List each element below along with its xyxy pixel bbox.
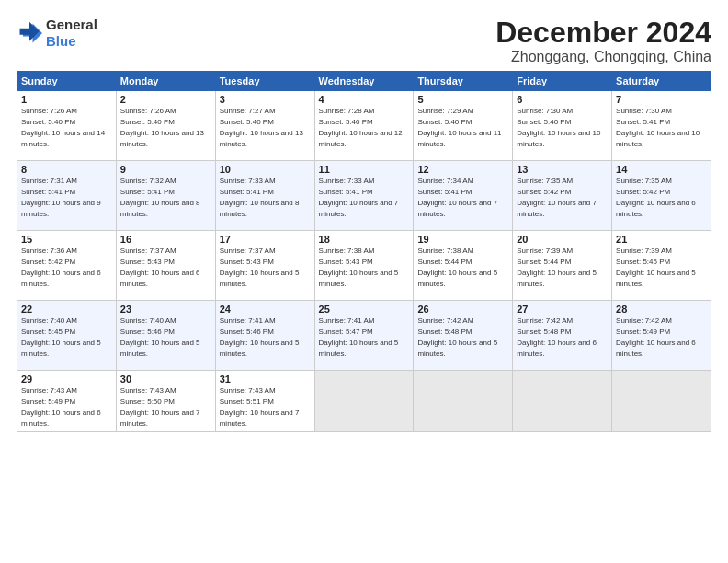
table-cell: 5 Sunrise: 7:29 AMSunset: 5:40 PMDayligh… [414,91,513,161]
table-cell: 18 Sunrise: 7:38 AMSunset: 5:43 PMDaylig… [314,231,414,301]
day-info: Sunrise: 7:38 AMSunset: 5:44 PMDaylight:… [417,247,497,287]
day-info: Sunrise: 7:39 AMSunset: 5:45 PMDaylight:… [616,247,696,287]
day-number: 15 [21,234,112,245]
day-info: Sunrise: 7:42 AMSunset: 5:49 PMDaylight:… [616,316,696,357]
day-number: 17 [220,234,311,245]
col-tuesday: Tuesday [215,72,314,91]
table-cell: 10 Sunrise: 7:33 AMSunset: 5:41 PMDaylig… [215,161,314,231]
day-info: Sunrise: 7:28 AMSunset: 5:40 PMDaylight:… [319,107,403,147]
table-cell: 28 Sunrise: 7:42 AMSunset: 5:49 PMDaylig… [612,301,711,371]
location-title: Zhonggang, Chongqing, China [495,49,711,65]
header-row: Sunday Monday Tuesday Wednesday Thursday… [17,72,711,91]
day-info: Sunrise: 7:35 AMSunset: 5:42 PMDaylight:… [616,177,696,217]
table-cell: 12 Sunrise: 7:34 AMSunset: 5:41 PMDaylig… [414,161,513,231]
table-cell: 17 Sunrise: 7:37 AMSunset: 5:43 PMDaylig… [215,231,314,301]
col-friday: Friday [513,72,612,91]
table-cell: 2 Sunrise: 7:26 AMSunset: 5:40 PMDayligh… [116,91,215,161]
day-number: 7 [616,94,707,105]
day-info: Sunrise: 7:40 AMSunset: 5:46 PMDaylight:… [120,316,200,357]
table-cell [314,371,414,432]
table-cell [414,371,513,432]
day-number: 30 [120,373,211,385]
day-number: 11 [319,164,410,175]
day-info: Sunrise: 7:40 AMSunset: 5:45 PMDaylight:… [21,316,101,357]
day-info: Sunrise: 7:30 AMSunset: 5:41 PMDaylight:… [616,107,700,147]
table-cell: 23 Sunrise: 7:40 AMSunset: 5:46 PMDaylig… [116,301,215,371]
table-cell: 4 Sunrise: 7:28 AMSunset: 5:40 PMDayligh… [314,91,414,161]
table-cell [513,371,612,432]
day-info: Sunrise: 7:31 AMSunset: 5:41 PMDaylight:… [21,177,101,217]
table-cell: 13 Sunrise: 7:35 AMSunset: 5:42 PMDaylig… [513,161,612,231]
table-cell: 7 Sunrise: 7:30 AMSunset: 5:41 PMDayligh… [612,91,711,161]
col-sunday: Sunday [17,72,117,91]
day-info: Sunrise: 7:38 AMSunset: 5:43 PMDaylight:… [319,247,399,287]
day-number: 27 [517,304,608,315]
day-number: 26 [417,304,508,315]
day-number: 21 [616,234,707,245]
day-info: Sunrise: 7:30 AMSunset: 5:40 PMDaylight:… [517,107,600,147]
day-number: 13 [517,164,608,175]
table-cell: 29 Sunrise: 7:43 AMSunset: 5:49 PMDaylig… [17,371,117,432]
day-info: Sunrise: 7:42 AMSunset: 5:48 PMDaylight:… [517,316,597,357]
day-number: 14 [616,164,707,175]
table-cell: 9 Sunrise: 7:32 AMSunset: 5:41 PMDayligh… [116,161,215,231]
table-cell: 1 Sunrise: 7:26 AMSunset: 5:40 PMDayligh… [17,91,117,161]
day-info: Sunrise: 7:43 AMSunset: 5:49 PMDaylight:… [21,386,101,427]
day-number: 3 [220,94,311,105]
calendar-table: Sunday Monday Tuesday Wednesday Thursday… [17,71,711,432]
day-info: Sunrise: 7:36 AMSunset: 5:42 PMDaylight:… [21,247,101,287]
table-cell: 21 Sunrise: 7:39 AMSunset: 5:45 PMDaylig… [612,231,711,301]
month-title: December 2024 [495,17,711,49]
title-block: December 2024 Zhonggang, Chongqing, Chin… [495,17,711,65]
day-info: Sunrise: 7:41 AMSunset: 5:47 PMDaylight:… [319,316,399,357]
day-number: 6 [517,94,608,105]
page: General Blue December 2024 Zhonggang, Ch… [0,0,728,563]
day-number: 31 [220,373,311,385]
table-cell: 30 Sunrise: 7:43 AMSunset: 5:50 PMDaylig… [116,371,215,432]
day-number: 8 [21,164,112,175]
day-number: 12 [417,164,508,175]
table-cell [612,371,711,432]
table-cell: 27 Sunrise: 7:42 AMSunset: 5:48 PMDaylig… [513,301,612,371]
table-cell: 6 Sunrise: 7:30 AMSunset: 5:40 PMDayligh… [513,91,612,161]
day-info: Sunrise: 7:26 AMSunset: 5:40 PMDaylight:… [21,107,105,147]
col-wednesday: Wednesday [314,72,414,91]
day-number: 9 [120,164,211,175]
day-info: Sunrise: 7:43 AMSunset: 5:50 PMDaylight:… [120,386,200,427]
day-number: 20 [517,234,608,245]
calendar-body: 1 Sunrise: 7:26 AMSunset: 5:40 PMDayligh… [17,91,711,432]
day-number: 10 [220,164,311,175]
table-cell: 24 Sunrise: 7:41 AMSunset: 5:46 PMDaylig… [215,301,314,371]
day-number: 18 [319,234,410,245]
logo-icon [17,20,42,46]
day-info: Sunrise: 7:35 AMSunset: 5:42 PMDaylight:… [517,177,597,217]
day-info: Sunrise: 7:33 AMSunset: 5:41 PMDaylight:… [220,177,300,217]
day-info: Sunrise: 7:27 AMSunset: 5:40 PMDaylight:… [220,107,303,147]
col-thursday: Thursday [414,72,513,91]
day-number: 1 [21,94,112,105]
table-cell: 3 Sunrise: 7:27 AMSunset: 5:40 PMDayligh… [215,91,314,161]
day-number: 19 [417,234,508,245]
logo: General Blue [17,17,97,50]
table-cell: 25 Sunrise: 7:41 AMSunset: 5:47 PMDaylig… [314,301,414,371]
day-number: 24 [220,304,311,315]
table-cell: 16 Sunrise: 7:37 AMSunset: 5:43 PMDaylig… [116,231,215,301]
day-number: 2 [120,94,211,105]
table-cell: 22 Sunrise: 7:40 AMSunset: 5:45 PMDaylig… [17,301,117,371]
day-number: 22 [21,304,112,315]
day-info: Sunrise: 7:42 AMSunset: 5:48 PMDaylight:… [417,316,497,357]
col-monday: Monday [116,72,215,91]
header: General Blue December 2024 Zhonggang, Ch… [17,17,711,65]
day-info: Sunrise: 7:39 AMSunset: 5:44 PMDaylight:… [517,247,597,287]
col-saturday: Saturday [612,72,711,91]
day-info: Sunrise: 7:37 AMSunset: 5:43 PMDaylight:… [220,247,300,287]
table-cell: 15 Sunrise: 7:36 AMSunset: 5:42 PMDaylig… [17,231,117,301]
table-cell: 31 Sunrise: 7:43 AMSunset: 5:51 PMDaylig… [215,371,314,432]
table-cell: 8 Sunrise: 7:31 AMSunset: 5:41 PMDayligh… [17,161,117,231]
day-info: Sunrise: 7:43 AMSunset: 5:51 PMDaylight:… [220,386,300,427]
day-number: 28 [616,304,707,315]
day-info: Sunrise: 7:32 AMSunset: 5:41 PMDaylight:… [120,177,200,217]
day-number: 16 [120,234,211,245]
day-number: 23 [120,304,211,315]
day-info: Sunrise: 7:26 AMSunset: 5:40 PMDaylight:… [120,107,204,147]
